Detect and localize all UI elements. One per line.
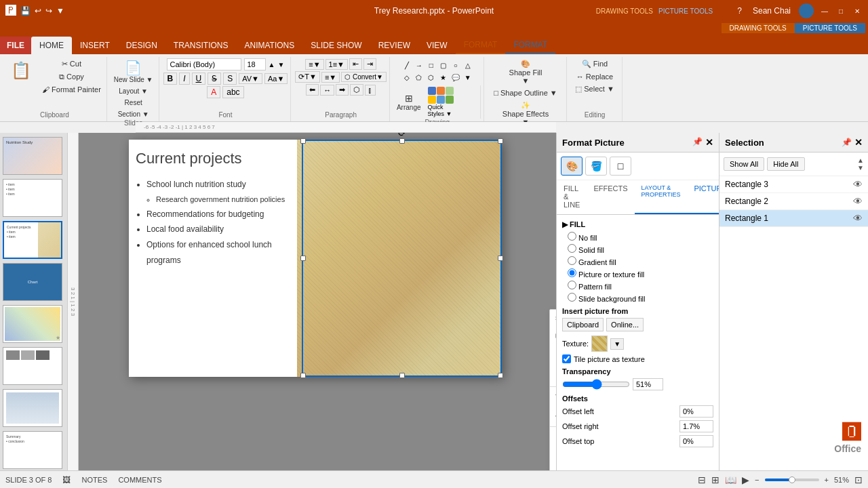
paste-btn[interactable]: 📋 xyxy=(5,58,37,83)
italic-btn[interactable]: I xyxy=(179,73,189,85)
align-text-btn[interactable]: ≡▼ xyxy=(321,72,340,83)
fill-line-tab[interactable]: FILL & LINE xyxy=(557,180,587,214)
section-btn[interactable]: Section ▼ xyxy=(115,109,152,119)
ctx-edit-points[interactable]: ◈ Edit Points xyxy=(550,407,556,424)
effects-tab[interactable]: EFFECTS xyxy=(587,180,634,214)
shape-fill-btn[interactable]: 🎨 Shape Fill ▼ xyxy=(491,58,559,86)
cut-btn[interactable]: ✂ Cut xyxy=(39,58,104,70)
font-size-down[interactable]: ▼ xyxy=(277,61,284,68)
arrow-shape[interactable]: → xyxy=(414,60,425,70)
fit-slide[interactable]: ⊡ xyxy=(854,474,863,485)
slide-thumb-6[interactable] xyxy=(3,347,62,385)
replace-btn[interactable]: ↔ Replace xyxy=(572,71,617,82)
gradient-fill-radio[interactable] xyxy=(568,256,576,265)
find-btn[interactable]: 🔍 Find xyxy=(572,58,617,70)
offset-left-input[interactable] xyxy=(679,405,713,418)
no-fill-radio[interactable] xyxy=(568,232,576,241)
handle-bc[interactable] xyxy=(399,373,405,378)
tab-home[interactable]: HOME xyxy=(31,37,72,54)
ctx-copy[interactable]: ⧉ Copy xyxy=(550,327,556,345)
minimize-btn[interactable]: — xyxy=(819,5,830,16)
handle-tr[interactable] xyxy=(498,138,503,144)
align-center-btn[interactable]: ↔ xyxy=(320,85,334,96)
tab-format-picture[interactable]: FORMAT xyxy=(505,37,555,54)
sel-rect3-eye[interactable]: 👁 xyxy=(853,179,863,190)
indent-decrease-btn[interactable]: ⇤ xyxy=(349,58,362,70)
hide-all-btn[interactable]: Hide All xyxy=(767,157,804,171)
select-btn[interactable]: ⬚ Select ▼ xyxy=(572,83,617,95)
show-all-btn[interactable]: Show All xyxy=(724,157,764,171)
underline-btn[interactable]: U xyxy=(192,73,206,85)
zoom-slider[interactable] xyxy=(765,479,819,481)
slide-thumb-4[interactable]: Chart xyxy=(3,263,62,301)
rect-shape[interactable]: □ xyxy=(426,60,437,70)
tile-texture-checkbox[interactable] xyxy=(562,354,571,363)
quick-access-redo[interactable]: ↪ xyxy=(45,6,52,16)
clipboard-btn[interactable]: Clipboard xyxy=(562,318,604,331)
quick-styles-btn[interactable]: QuickStyles ▼ xyxy=(427,85,481,119)
help-btn[interactable]: ? xyxy=(737,6,742,16)
triangle-shape[interactable]: △ xyxy=(462,60,473,70)
solid-fill-radio[interactable] xyxy=(568,244,576,253)
sel-rect1[interactable]: Rectangle 1 👁 xyxy=(719,210,868,227)
slide-thumb-7[interactable] xyxy=(3,389,62,427)
strikethrough-btn[interactable]: S̶ xyxy=(208,73,221,85)
slide-thumb-3[interactable]: Current projects• item• item xyxy=(3,221,62,259)
text-highlight-btn[interactable]: abc xyxy=(222,86,243,98)
order-down-arrow[interactable]: ▼ xyxy=(857,164,864,171)
sel-rect3[interactable]: Rectangle 3 👁 xyxy=(719,176,868,193)
arrange-btn[interactable]: ⊞ Arrange xyxy=(394,92,424,113)
sel-rect2-eye[interactable]: 👁 xyxy=(853,196,863,207)
handle-bl[interactable] xyxy=(300,373,306,378)
tab-design[interactable]: DESIGN xyxy=(118,37,165,54)
font-size-up[interactable]: ▲ xyxy=(269,61,275,68)
more-shapes[interactable]: ▼ xyxy=(462,72,473,83)
change-case-btn[interactable]: Aa▼ xyxy=(264,73,288,84)
layout-btn[interactable]: Layout ▼ xyxy=(116,86,151,96)
ctx-cut[interactable]: ✂ Cut xyxy=(550,310,556,327)
ctx-group[interactable]: ▣ Group ▶ xyxy=(550,429,556,447)
texture-preview[interactable] xyxy=(591,336,608,352)
text-direction-btn[interactable]: ⟳T▼ xyxy=(295,71,320,83)
style-tab-btn[interactable]: 🎨 xyxy=(561,157,583,176)
rotate-handle[interactable]: ⟳ xyxy=(398,133,406,138)
slide-thumb-8[interactable]: Summary• conclusion xyxy=(3,431,62,469)
canvas-area[interactable]: 3 2 1 | 1 2 3 Current projects School lu… xyxy=(68,133,556,470)
format-painter-btn[interactable]: 🖌 Format Painter xyxy=(39,84,104,95)
line-shape[interactable]: ╱ xyxy=(401,60,412,70)
rounded-rect-shape[interactable]: ▢ xyxy=(438,60,449,70)
handle-br[interactable] xyxy=(498,373,503,378)
offset-top-input[interactable] xyxy=(679,435,713,447)
slide-thumb-5[interactable]: ★ xyxy=(3,305,62,343)
slide-thumb-2[interactable]: • item• item• item xyxy=(3,179,62,217)
offset-right-input[interactable] xyxy=(679,420,713,432)
tab-view[interactable]: VIEW xyxy=(418,37,456,54)
font-size-input[interactable] xyxy=(244,58,266,70)
diamond-shape[interactable]: ◇ xyxy=(401,72,412,83)
zoom-in[interactable]: + xyxy=(825,476,829,484)
justify-btn[interactable]: ⬡ xyxy=(350,84,363,96)
handle-ml[interactable] xyxy=(300,256,306,261)
font-name-input[interactable] xyxy=(167,58,241,70)
texture-dropdown[interactable]: ▼ xyxy=(610,338,624,350)
handle-tl[interactable] xyxy=(300,138,306,144)
tab-insert[interactable]: INSERT xyxy=(72,37,118,54)
pattern-fill-radio[interactable] xyxy=(568,281,576,289)
view-reading[interactable]: 📖 xyxy=(725,474,736,485)
texture-fill-radio[interactable] xyxy=(568,268,576,277)
fill-tab-btn[interactable]: 🪣 xyxy=(585,157,607,176)
hexagon-shape[interactable]: ⬡ xyxy=(426,72,437,83)
ctx-edit-text[interactable]: T Edit Text xyxy=(550,389,556,407)
smartart-btn[interactable]: ⬡ Convert▼ xyxy=(341,72,387,82)
tab-format-drawing[interactable]: FORMAT xyxy=(456,37,506,54)
bg-fill-radio[interactable] xyxy=(568,293,576,302)
tab-animations[interactable]: ANIMATIONS xyxy=(236,37,302,54)
selection-panel-pin[interactable]: 📌 xyxy=(842,138,852,147)
comments-btn[interactable]: COMMENTS xyxy=(118,476,161,484)
handle-mr[interactable] xyxy=(498,256,503,261)
quick-access-save[interactable]: 💾 xyxy=(20,6,31,16)
tab-transitions[interactable]: TRANSITIONS xyxy=(165,37,237,54)
numbering-btn[interactable]: 1≡▼ xyxy=(326,59,348,70)
star-shape[interactable]: ★ xyxy=(438,72,449,83)
ctx-bring-front[interactable]: ↑ Bring to Front ▶ xyxy=(550,447,556,464)
